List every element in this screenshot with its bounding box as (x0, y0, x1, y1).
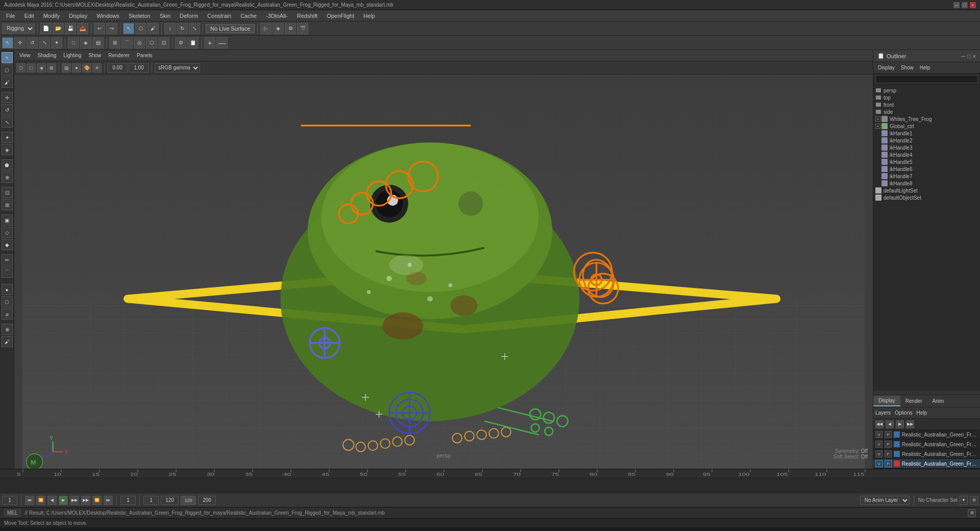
left-tool-joint[interactable]: ● (2, 284, 13, 295)
menu-skin[interactable]: Skin (156, 12, 175, 20)
left-tool-sculpt[interactable]: ⬟ (2, 159, 13, 171)
vp-tool2[interactable]: □ (27, 63, 36, 73)
menu-edit[interactable]: Edit (20, 12, 38, 20)
vp-wireframe[interactable]: ▤ (62, 63, 71, 73)
outliner-item-ik8[interactable]: ikHandle8 (873, 180, 980, 187)
outliner-minimize[interactable]: ─ (961, 53, 965, 59)
outliner-item-side[interactable]: side (873, 108, 980, 115)
left-tool-ikspline[interactable]: ⌀ (2, 308, 13, 320)
outliner-item-top[interactable]: top (873, 94, 980, 101)
sel-mode-hier[interactable]: ▤ (92, 37, 104, 49)
sel-mode-comp[interactable]: ◈ (80, 37, 91, 49)
outliner-item-front[interactable]: front (873, 101, 980, 108)
outliner-item-ik5[interactable]: ikHandle5 (873, 158, 980, 165)
layer-p-1[interactable]: P (885, 431, 892, 438)
layer-row-1[interactable]: V P Realistic_Australian_Green_Frog_ (873, 430, 980, 440)
vp-value2[interactable] (129, 63, 149, 73)
left-tool-select[interactable]: ↖ (2, 52, 13, 63)
no-live-surface-btn[interactable]: No Live Surface (206, 24, 255, 33)
render-globals-btn[interactable]: 🎬 (297, 23, 308, 34)
layer-row-4[interactable]: V P Realistic_Australian_Green_Frog_ (873, 459, 980, 469)
menu-openflight[interactable]: OpenFlight (323, 12, 358, 20)
range-end-input[interactable] (161, 496, 179, 505)
left-tool-lasso[interactable]: ⬡ (2, 64, 13, 76)
left-tool-show-manip[interactable]: ⊡ (2, 187, 13, 198)
vp-tool4[interactable]: ⊞ (47, 63, 56, 73)
construction-history[interactable]: 📋 (187, 37, 199, 49)
viewport-canvas[interactable]: X Y Z M Symmetry: Off Soft Select: Off p… (14, 75, 873, 469)
render-settings-btn[interactable]: ⚙ (285, 23, 296, 34)
outliner-item-ik2[interactable]: ikHandle2 (873, 137, 980, 144)
menu-windows[interactable]: Windows (92, 12, 124, 20)
layer-back-btn[interactable]: ◀ (886, 420, 894, 428)
next-key-btn[interactable]: ⏩ (92, 496, 102, 505)
tool-move[interactable]: ✛ (14, 37, 26, 49)
timeline-keys[interactable] (0, 478, 980, 493)
play-forward-all-btn[interactable]: ▶▶ (70, 496, 79, 505)
outliner-item-ik1[interactable]: ikHandle1 (873, 130, 980, 137)
outliner-scrollbar-h[interactable] (873, 391, 980, 395)
layer-next-btn[interactable]: ▶▶ (906, 420, 914, 428)
translate-btn[interactable]: ↕ (164, 23, 176, 34)
menu-redshift[interactable]: Redshift (293, 12, 322, 20)
tool-scale[interactable]: ⤡ (39, 37, 50, 49)
scale-btn[interactable]: ⤡ (189, 23, 200, 34)
status-settings-btn[interactable]: ⚙ (968, 509, 976, 517)
goto-start-btn[interactable]: ⏮ (25, 496, 34, 505)
paint-sel-btn[interactable]: 🖌 (148, 23, 159, 34)
prev-key-btn[interactable]: ⏪ (36, 496, 45, 505)
left-tool-pencil[interactable]: ✏ (2, 254, 13, 266)
subtab-help[interactable]: Help (916, 410, 927, 416)
left-tool-snap[interactable]: ⊞ (2, 199, 13, 210)
layer-fwd-btn[interactable]: ▶ (896, 420, 904, 428)
outliner-menu-display[interactable]: Display (875, 64, 897, 71)
char-set-btn[interactable]: ▼ (960, 496, 968, 505)
tool-universal[interactable]: ✦ (51, 37, 62, 49)
left-tool-arc[interactable]: ⌒ (2, 267, 13, 278)
layer-v-1[interactable]: V (875, 431, 883, 438)
outliner-item-global-ctrl[interactable]: + Global_ctrl (873, 123, 980, 130)
snap-grid[interactable]: ⊞ (109, 37, 120, 49)
render-btn[interactable]: ▷ (260, 23, 272, 34)
tab-anim[interactable]: Anim (927, 396, 949, 406)
menu-constrain[interactable]: Constrain (203, 12, 235, 20)
outliner-menu-show[interactable]: Show (898, 64, 916, 71)
outliner-item-ik7[interactable]: ikHandle7 (873, 173, 980, 180)
menu-deform[interactable]: Deform (176, 12, 202, 20)
menu-3dtoall[interactable]: -3DtoAll- (262, 12, 292, 20)
left-tool-ik[interactable]: ⬡ (2, 296, 13, 307)
left-tool-paint[interactable]: 🖌 (2, 77, 13, 88)
layer-p-2[interactable]: P (885, 441, 892, 448)
outliner-item-defaultobjectset[interactable]: defaultObjectSet (873, 194, 980, 201)
vp-menu-lighting[interactable]: Lighting (60, 52, 84, 59)
layer-row-3[interactable]: V P Realistic_Australian_Green_Frog_ (873, 449, 980, 459)
menu-file[interactable]: File (2, 12, 19, 20)
goto-end-btn[interactable]: ⏭ (104, 496, 113, 505)
layer-v-2[interactable]: V (875, 441, 883, 448)
settings-btn[interactable]: ⚙ (970, 496, 978, 504)
left-tool-ep[interactable]: ◇ (2, 227, 13, 238)
save-btn[interactable]: 💾 (65, 23, 76, 34)
mode-dropdown[interactable]: Rigging (2, 23, 35, 34)
start-frame-input[interactable] (2, 496, 17, 505)
outliner-item-ik3[interactable]: ikHandle3 (873, 144, 980, 151)
layer-prev-btn[interactable]: ◀◀ (875, 420, 884, 428)
outliner-item-defaultlightset[interactable]: defaultLightSet (873, 187, 980, 194)
layer-row-2[interactable]: V P Realistic_Australian_Green_Frog_ (873, 440, 980, 449)
layer-v-4[interactable]: V (875, 460, 883, 467)
menu-cache[interactable]: Cache (236, 12, 261, 20)
layer-p-3[interactable]: P (885, 450, 892, 457)
subtab-layers[interactable]: Layers (875, 410, 891, 416)
vp-menu-view[interactable]: View (16, 52, 34, 59)
subtab-options[interactable]: Options (895, 410, 912, 416)
vp-value1[interactable] (107, 63, 128, 73)
menu-display[interactable]: Display (65, 12, 91, 20)
prev-frame-btn[interactable]: ◀ (47, 496, 57, 505)
left-tool-universal[interactable]: ✦ (2, 132, 13, 143)
outliner-content[interactable]: persp top front side + Whites_Tree_Frog (873, 85, 980, 391)
outliner-search[interactable] (875, 75, 978, 83)
left-tool-move[interactable]: ✛ (2, 92, 13, 103)
outliner-menu-help[interactable]: Help (917, 64, 933, 71)
vp-light[interactable]: ☀ (92, 63, 102, 73)
outliner-item-ik6[interactable]: ikHandle6 (873, 165, 980, 173)
